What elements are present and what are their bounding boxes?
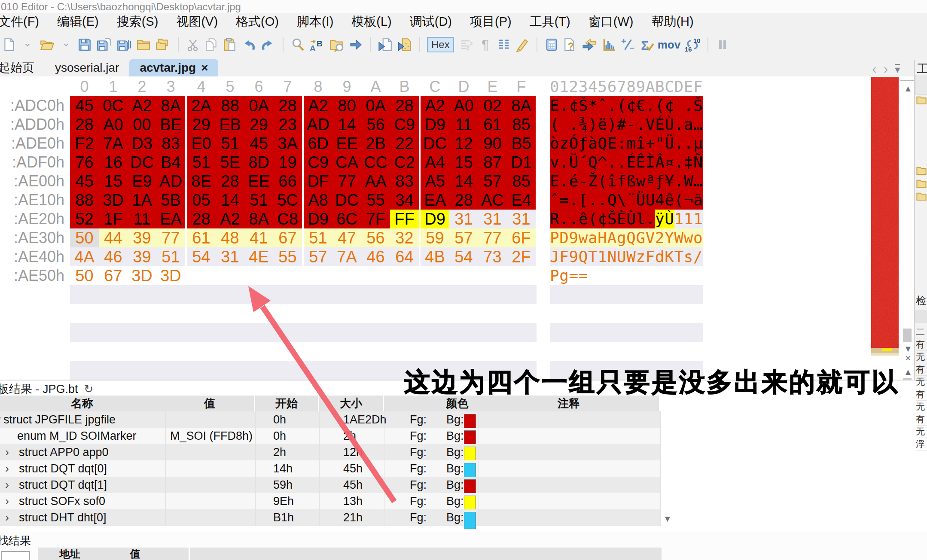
tab-起始页[interactable]: 起始页: [0, 59, 45, 76]
hex-byte[interactable]: 52: [70, 210, 99, 228]
open-file-icon[interactable]: [39, 35, 55, 55]
hex-byte[interactable]: E4: [507, 191, 536, 210]
template-row[interactable]: ›struct DQT dqt[0]14h45hFg:Bg:: [0, 460, 660, 477]
hex-byte[interactable]: 34: [390, 191, 419, 210]
hex-byte[interactable]: EE: [244, 172, 273, 191]
hex-byte[interactable]: 56: [361, 228, 390, 247]
hex-byte[interactable]: 8A: [244, 210, 273, 228]
hex-byte[interactable]: 8D: [244, 153, 273, 172]
hex-byte[interactable]: 16: [99, 153, 128, 172]
checksum-icon[interactable]: Σ: [639, 35, 654, 55]
expand-chevron-icon[interactable]: ›: [5, 493, 9, 509]
run-template-icon[interactable]: [397, 35, 412, 55]
hex-byte[interactable]: 7A: [332, 247, 361, 266]
hex-byte[interactable]: 0A: [244, 96, 273, 115]
tab-list-dropdown-icon[interactable]: ▾: [895, 64, 900, 74]
refresh-icon[interactable]: ↻: [84, 383, 94, 396]
hex-byte[interactable]: 4E: [244, 247, 273, 266]
hex-byte[interactable]: 28: [70, 115, 99, 134]
ascii-run[interactable]: 111: [674, 210, 703, 228]
save-all-icon[interactable]: [116, 35, 132, 55]
save-as-icon[interactable]: [96, 35, 112, 55]
hex-byte[interactable]: 51: [187, 153, 216, 172]
hex-byte[interactable]: 88: [70, 191, 99, 210]
hex-byte[interactable]: 80: [332, 96, 361, 115]
hex-byte[interactable]: 59: [421, 228, 449, 247]
pane-close-icon[interactable]: ×: [901, 354, 915, 362]
hex-byte[interactable]: 39: [128, 228, 156, 247]
hex-byte[interactable]: 66: [273, 172, 302, 191]
goto-icon[interactable]: [348, 35, 363, 55]
pause-icon[interactable]: [715, 35, 730, 55]
menu-item-10[interactable]: 窗口(W): [589, 13, 634, 30]
folder-icon[interactable]: [916, 178, 927, 191]
hex-byte[interactable]: C9: [304, 153, 332, 172]
hex-byte[interactable]: 8A: [156, 96, 185, 115]
hex-byte[interactable]: F2: [70, 134, 99, 153]
tab-acvtar.jpg[interactable]: acvtar.jpg×: [129, 59, 218, 76]
hex-byte[interactable]: C2: [390, 153, 419, 172]
hex-byte[interactable]: EE: [332, 134, 361, 153]
hex-byte[interactable]: 0A: [361, 96, 390, 115]
expand-chevron-icon[interactable]: ›: [5, 477, 9, 493]
ascii-run[interactable]: E.¢Š*ˆ.(¢€.(¢ .Š: [550, 96, 703, 115]
hex-byte[interactable]: 77: [478, 228, 507, 247]
hex-byte[interactable]: 6C: [332, 210, 361, 228]
scroll-down-icon[interactable]: ▼: [661, 514, 674, 523]
menu-item-4[interactable]: 格式(O): [236, 13, 279, 30]
tab-ysoserial.jar[interactable]: ysoserial.jar: [45, 59, 129, 76]
expand-chevron-icon[interactable]: ›: [5, 509, 9, 526]
hex-byte[interactable]: DC: [128, 153, 156, 172]
paste-icon[interactable]: [223, 35, 237, 55]
hex-byte[interactable]: 11: [449, 115, 478, 134]
histogram-icon[interactable]: [601, 35, 617, 55]
hex-byte[interactable]: AC: [478, 191, 507, 210]
hex-byte[interactable]: D9: [421, 210, 449, 228]
hex-byte[interactable]: 48: [216, 228, 244, 247]
hex-byte[interactable]: 3A: [273, 134, 302, 153]
hex-byte[interactable]: 5C: [273, 191, 302, 210]
hex-byte[interactable]: C9: [390, 115, 419, 134]
hex-editor-pane[interactable]: 0123456789ABCDEF0123456789ABCDEF:ADC0h45…: [0, 76, 927, 380]
find-icon[interactable]: [290, 35, 305, 55]
menu-item-2[interactable]: 搜索(S): [117, 13, 159, 30]
hex-byte[interactable]: 51: [304, 228, 332, 247]
hex-byte[interactable]: FF: [390, 210, 419, 228]
menu-item-7[interactable]: 调试(D): [410, 13, 452, 30]
open-folder-icon[interactable]: [136, 35, 151, 55]
hex-byte[interactable]: AA: [361, 172, 390, 191]
hex-byte[interactable]: EA: [421, 191, 449, 210]
hex-byte[interactable]: EB: [216, 115, 244, 134]
hex-byte[interactable]: 57: [304, 247, 332, 266]
hex-byte[interactable]: D1: [507, 153, 536, 172]
ascii-run[interactable]: v.Ü´Q^..ÉÊÌÂ¤.‡Ñ: [550, 153, 703, 172]
ascii-run[interactable]: PD9waHAgQGV2YWwo: [550, 228, 703, 247]
save-icon[interactable]: [77, 35, 92, 55]
hex-byte[interactable]: A8: [304, 191, 332, 210]
hex-byte[interactable]: E9: [128, 172, 156, 191]
hex-byte[interactable]: 28: [187, 210, 216, 228]
hex-byte[interactable]: 5B: [156, 191, 185, 210]
hex-byte[interactable]: DC: [421, 134, 449, 153]
expand-triangle-icon[interactable]: ▾: [0, 411, 1, 428]
hex-byte[interactable]: D9: [421, 115, 449, 134]
hex-byte[interactable]: 67: [273, 228, 302, 247]
hex-byte[interactable]: AD: [156, 172, 185, 191]
cut-icon[interactable]: [186, 35, 200, 55]
hex-byte[interactable]: 85: [507, 172, 536, 191]
hex-byte[interactable]: A0: [449, 96, 478, 115]
swap-bytes-icon[interactable]: [581, 35, 598, 55]
find-dropdown[interactable]: [1, 551, 30, 560]
hex-byte[interactable]: 51: [244, 191, 273, 210]
hex-byte[interactable]: 0C: [99, 96, 128, 115]
hex-byte[interactable]: 1F: [99, 210, 128, 228]
file-info-icon[interactable]: ?: [563, 35, 577, 55]
run-script-icon[interactable]: [378, 35, 393, 55]
hex-byte[interactable]: 7A: [99, 134, 128, 153]
hex-byte[interactable]: 31: [216, 247, 244, 266]
hex-byte[interactable]: 57: [478, 172, 507, 191]
hex-byte[interactable]: 8E: [187, 172, 216, 191]
linefeed-convert-icon[interactable]: [458, 35, 474, 55]
hex-byte[interactable]: C8: [273, 210, 302, 228]
hex-byte[interactable]: 12: [449, 134, 478, 153]
